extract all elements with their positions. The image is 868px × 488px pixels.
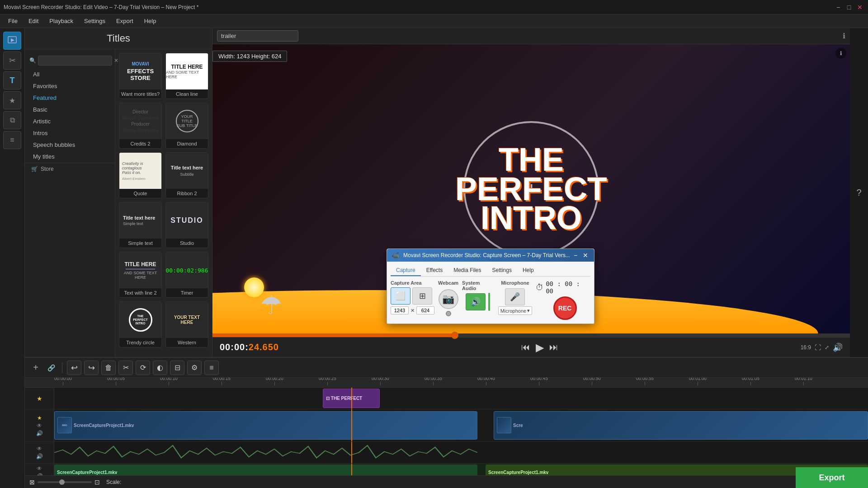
redo-button[interactable]: ↪ (84, 361, 99, 375)
ruler-mark-15: 00:00:15 (213, 378, 231, 385)
menu-export[interactable]: Export (112, 16, 138, 26)
color-button[interactable]: ◐ (153, 361, 167, 375)
category-artistic[interactable]: Artistic (27, 116, 113, 127)
tool-cut[interactable]: ✂ (3, 52, 21, 70)
capture-fullscreen-button[interactable]: ⬜ (391, 287, 410, 305)
track-icons-audio: 👁 🔊 (25, 442, 54, 463)
ruler-mark-5: 00:00:05 (107, 378, 125, 385)
menu-help[interactable]: Help (140, 16, 161, 26)
category-featured[interactable]: Featured (27, 92, 113, 103)
title-card-ribbon-2[interactable]: Title text here Subtitle Ribbon 2 (165, 152, 208, 198)
capture-tabs: Capture Effects Media Files Settings Hel… (391, 265, 590, 277)
system-audio-toggle[interactable]: 🔊 (466, 293, 486, 310)
store-button[interactable]: 🛒 Store (25, 163, 115, 175)
progress-handle[interactable] (451, 332, 458, 339)
title-card-text-with-line-2[interactable]: TITLE HERE AND SOME TEXT HERE Text with … (119, 252, 162, 298)
video-clip-2[interactable]: Scre (494, 411, 868, 440)
help-icon[interactable]: ? (856, 188, 861, 198)
link-button[interactable]: 🔗 (45, 361, 57, 374)
title-card-effects-store[interactable]: MOVAVI EFFECTSSTORE Want more titles? (119, 53, 162, 99)
minimize-button[interactable]: − (834, 3, 843, 12)
capture-tab-effects[interactable]: Effects (421, 265, 448, 276)
audio-clip-1[interactable]: ScreenCaptureProject1.mkv (54, 465, 477, 475)
capture-custom-area-button[interactable]: ⊞ (412, 287, 432, 305)
capture-close[interactable]: ✕ (581, 252, 590, 259)
title-card-credits-2[interactable]: Director Name Surname Producer Name Surn… (119, 103, 162, 149)
play-pause-button[interactable]: ▶ (536, 341, 544, 354)
preview-info-button[interactable]: ℹ (835, 48, 846, 59)
title-card-diamond[interactable]: YOUR TITLESUB TITLE Diamond (165, 103, 208, 149)
scale-handle[interactable] (59, 479, 65, 485)
tool-stickers[interactable]: ★ (3, 91, 21, 109)
title-bar: Movavi Screen Recorder Studio: Edit Vide… (0, 0, 868, 14)
track-eye-al1[interactable]: 👁 (37, 465, 42, 472)
rec-button[interactable]: REC (553, 296, 577, 320)
close-button[interactable]: ✕ (855, 3, 864, 12)
delete-button[interactable]: 🗑 (101, 361, 116, 375)
detach-button[interactable]: ⊟ (170, 361, 184, 375)
settings-button[interactable]: ⚙ (187, 361, 202, 375)
equalizer-button[interactable]: ≡ (204, 361, 219, 375)
undo-button[interactable]: ↩ (67, 361, 81, 375)
title-card-trendy-circle[interactable]: THEPERFECTINTRO Trendy circle (119, 301, 162, 347)
track-audio-v1[interactable]: 🔊 (36, 430, 43, 436)
video-clip-1[interactable]: IMG ScreenCaptureProject1.mkv (54, 411, 477, 440)
tool-transitions[interactable]: ⧉ (3, 111, 21, 129)
mic-dropdown-icon: ▾ (527, 308, 530, 314)
menu-file[interactable]: File (4, 16, 22, 26)
menu-settings[interactable]: Settings (80, 16, 110, 26)
aspect-ratio-label: 16:9 (801, 344, 811, 351)
go-to-start-button[interactable]: ⏮ (521, 342, 530, 352)
system-audio-slider[interactable] (488, 293, 490, 311)
capture-tab-media[interactable]: Media Files (448, 265, 486, 276)
volume-icon[interactable]: 🔊 (833, 343, 843, 352)
go-to-end-button[interactable]: ⏭ (549, 342, 558, 352)
menu-edit[interactable]: Edit (24, 16, 43, 26)
capture-tab-settings[interactable]: Settings (487, 265, 517, 276)
tool-import[interactable] (3, 32, 21, 50)
webcam-icon: 📷 (442, 293, 454, 305)
capture-tab-capture[interactable]: Capture (391, 265, 421, 276)
title-card-western[interactable]: YOUR TEXTHERE Western (165, 301, 208, 347)
track-eye-audio[interactable]: 👁 (37, 446, 42, 452)
category-my-titles[interactable]: My titles (27, 151, 113, 162)
capture-area-buttons: ⬜ ⊞ (391, 287, 434, 305)
rotate-button[interactable]: ⟳ (136, 361, 150, 375)
category-speech-bubbles[interactable]: Speech bubbles (27, 139, 113, 150)
menu-playback[interactable]: Playback (45, 16, 78, 26)
cut-button[interactable]: ✂ (118, 361, 133, 375)
capture-tab-help[interactable]: Help (517, 265, 539, 276)
capture-minimize[interactable]: − (571, 252, 580, 259)
category-all[interactable]: All (27, 69, 113, 80)
tool-text[interactable]: T (3, 71, 21, 89)
capture-height-input[interactable] (416, 306, 434, 314)
capture-width-input[interactable] (391, 306, 409, 314)
fullscreen-button[interactable]: ⤢ (825, 344, 829, 351)
title-card-clean-line[interactable]: TITLE HERE AND SOME TEXT HERE Clean line (165, 53, 208, 99)
add-track-button[interactable]: + (29, 361, 42, 374)
scale-slider[interactable] (38, 481, 92, 483)
category-favorites[interactable]: Favorites (27, 80, 113, 92)
category-intros[interactable]: Intros (27, 127, 113, 139)
track-volume-audio[interactable]: 🔊 (36, 453, 43, 460)
search-bar: 🔍 ✕ (25, 53, 115, 68)
title-card-studio[interactable]: STUDIO Studio (165, 202, 208, 248)
fullscreen-icon[interactable]: ⛶ (815, 344, 821, 351)
progress-bar-container[interactable] (212, 333, 850, 337)
maximize-button[interactable]: □ (844, 3, 854, 12)
capture-title-bar: 📹 Movavi Screen Recorder Studio: Capture… (387, 249, 594, 262)
track-eye-v1[interactable]: 👁 (37, 422, 42, 429)
microphone-toggle[interactable]: 🎤 (505, 288, 525, 305)
titles-search-input[interactable] (38, 56, 112, 66)
tool-filters[interactable]: ≡ (3, 131, 21, 149)
webcam-button[interactable]: 📷 (439, 289, 458, 309)
track-vol-al1[interactable]: 🔊 (36, 473, 43, 475)
preview-search-input[interactable] (217, 30, 298, 42)
title-card-timer[interactable]: 00:00:02:986 Timer (165, 252, 208, 298)
export-button[interactable]: Export (796, 467, 868, 488)
title-card-simple-text[interactable]: Title text here Simple text Simple text (119, 202, 162, 248)
card-label-western: Western (166, 338, 208, 347)
category-basic[interactable]: Basic (27, 104, 113, 115)
microphone-dropdown[interactable]: Microphone ▾ (498, 306, 532, 315)
title-card-quote[interactable]: Creativity is contagiousPass it on. Albe… (119, 152, 162, 198)
